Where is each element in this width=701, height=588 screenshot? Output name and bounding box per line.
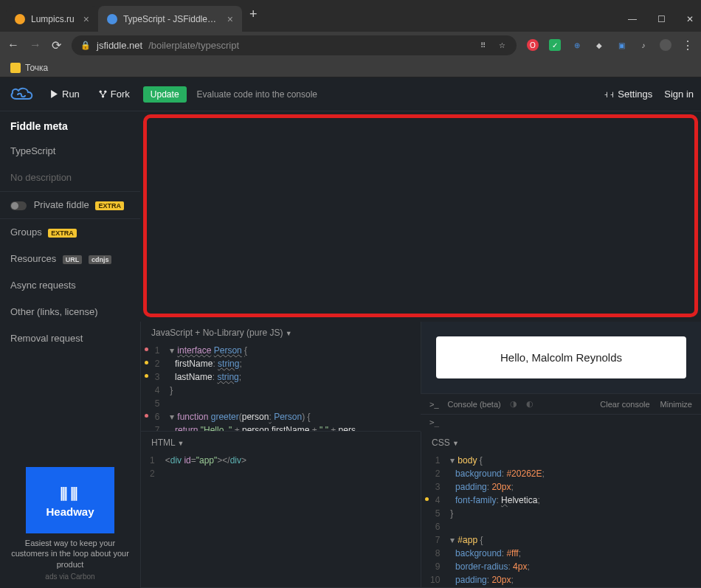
html-pane: HTML ▼ 12 <div id="app"></div> (140, 432, 421, 588)
forward-button[interactable]: → (30, 38, 41, 52)
console-input[interactable]: >_ (421, 414, 701, 432)
js-pane-header[interactable]: JavaScript + No-Library (pure JS) ▼ (141, 322, 421, 341)
reload-button[interactable]: ⟳ (52, 38, 61, 52)
sidebar-groups[interactable]: Groups EXTRA (0, 218, 140, 246)
console-label: Console (beta) (448, 400, 501, 409)
cdnjs-badge: cdnjs (89, 255, 112, 264)
sidebar-private-fiddle[interactable]: Private fiddle EXTRA (0, 191, 140, 218)
avatar[interactable] (660, 39, 671, 51)
tab-title: Lumpics.ru (31, 14, 75, 24)
settings-button[interactable]: ⫞⫞ Settings (604, 89, 653, 100)
jsfiddle-logo[interactable] (7, 84, 37, 105)
favicon (15, 14, 25, 24)
browser-tab-active[interactable]: TypeScript - JSFiddle - Code Play × (98, 6, 242, 32)
star-icon[interactable]: ☆ (496, 39, 508, 51)
ad-via: ads via Carbon (7, 573, 133, 581)
browser-tab-strip: Lumpics.ru × TypeScript - JSFiddle - Cod… (0, 0, 701, 32)
chevron-down-icon: ▼ (286, 330, 292, 337)
sidebar-resources[interactable]: Resources URL cdnjs (0, 246, 140, 272)
result-output: Hello, Malcolm Reynolds (436, 336, 686, 378)
jsfiddle-header: Run Fork Update Evaluate code into the c… (0, 77, 701, 111)
extension-icon[interactable]: ✓ (549, 39, 561, 51)
bookmark-icon (10, 63, 21, 73)
css-editor[interactable]: 1234567891011121314 ▾body { background: … (421, 451, 701, 587)
url-input[interactable]: 🔒 jsfiddle.net/boilerplate/typescript ⠿ … (72, 35, 517, 55)
maximize-icon[interactable]: ☐ (657, 14, 666, 24)
new-tab-button[interactable]: + (242, 7, 265, 22)
url-host: jsfiddle.net (97, 40, 142, 51)
extension-icon[interactable]: ⊕ (571, 39, 583, 51)
jsfiddle-app: Run Fork Update Evaluate code into the c… (0, 77, 701, 588)
editor-panes: HTML ▼ 12 <div id="app"></div> CSS ▼ 123… (140, 111, 701, 588)
run-button[interactable]: Run (44, 85, 86, 103)
update-button[interactable]: Update (143, 86, 187, 103)
ad-image: ⦀⦀ Headway (26, 467, 114, 533)
sidebar-other[interactable]: Other (links, license) (0, 299, 140, 325)
sidebar-description[interactable]: No description (0, 165, 140, 191)
window-controls: — ☐ ✕ (628, 14, 694, 32)
close-icon[interactable]: × (227, 13, 233, 25)
sidebar-meta-title: Fiddle meta (0, 111, 140, 138)
bookmark-item[interactable]: Точка (25, 63, 48, 73)
browser-tab[interactable]: Lumpics.ru × (6, 6, 98, 32)
tab-title: TypeScript - JSFiddle - Code Play (123, 14, 218, 24)
fork-button[interactable]: Fork (93, 85, 136, 103)
sidebar-removal[interactable]: Removal request (0, 325, 140, 352)
html-editor[interactable]: 12 <div id="app"></div> (141, 451, 421, 587)
js-editor[interactable]: 1234567891011121314151617 ▾interface Per… (141, 341, 421, 431)
ad-box[interactable]: ⦀⦀ Headway Easiest way to keep your cust… (0, 460, 140, 588)
ad-text: Easiest way to keep your customers in th… (7, 538, 133, 570)
url-path: /boilerplate/typescript (148, 40, 239, 51)
js-pane: JavaScript + No-Library (pure JS) ▼ 1234… (140, 322, 421, 432)
highlight-overlay (143, 114, 698, 317)
extension-icon[interactable]: O (527, 39, 539, 51)
close-icon[interactable]: ✕ (686, 14, 694, 24)
extension-icon[interactable]: ◆ (593, 39, 605, 51)
chevron-down-icon: ▼ (178, 440, 184, 447)
lock-icon: 🔒 (80, 41, 91, 50)
signin-button[interactable]: Sign in (664, 89, 694, 100)
sidebar-async[interactable]: Async requests (0, 272, 140, 299)
clear-console-button[interactable]: Clear console (600, 400, 649, 409)
favicon (107, 14, 117, 24)
console-prompt-icon: >_ (429, 400, 439, 409)
close-icon[interactable]: × (83, 13, 89, 25)
html-pane-header[interactable]: HTML ▼ (141, 432, 421, 451)
console-nav-icon[interactable]: ◑ (510, 399, 517, 409)
sidebar: Fiddle meta TypeScript No description Pr… (0, 111, 140, 588)
extension-icon[interactable]: ▣ (615, 39, 627, 51)
toggle-icon[interactable] (10, 201, 27, 210)
sidebar-language[interactable]: TypeScript (0, 138, 140, 165)
address-bar: ← → ⟳ 🔒 jsfiddle.net/boilerplate/typescr… (0, 32, 701, 58)
chevron-down-icon: ▼ (452, 440, 459, 447)
translate-icon[interactable]: ⠿ (477, 39, 488, 51)
evaluate-label: Evaluate code into the console (197, 89, 317, 100)
menu-icon[interactable]: ⋮ (682, 38, 694, 52)
bookmarks-bar: Точка (0, 58, 701, 77)
css-pane-header[interactable]: CSS ▼ (421, 432, 701, 451)
result-pane: Hello, Malcolm Reynolds (421, 322, 701, 393)
extension-icon[interactable]: ♪ (638, 39, 649, 51)
extra-badge: EXTRA (48, 229, 77, 238)
back-button[interactable]: ← (7, 38, 19, 52)
minimize-icon[interactable]: — (628, 14, 637, 24)
console-nav-icon[interactable]: ◐ (526, 399, 533, 409)
css-pane: CSS ▼ 1234567891011121314 ▾body { backgr… (421, 432, 701, 588)
url-badge: URL (63, 255, 83, 264)
console-bar: >_ Console (beta) ◑ ◐ Clear console Mini… (421, 393, 701, 414)
extra-badge: EXTRA (95, 201, 124, 210)
minimize-console-button[interactable]: Minimize (660, 400, 692, 409)
